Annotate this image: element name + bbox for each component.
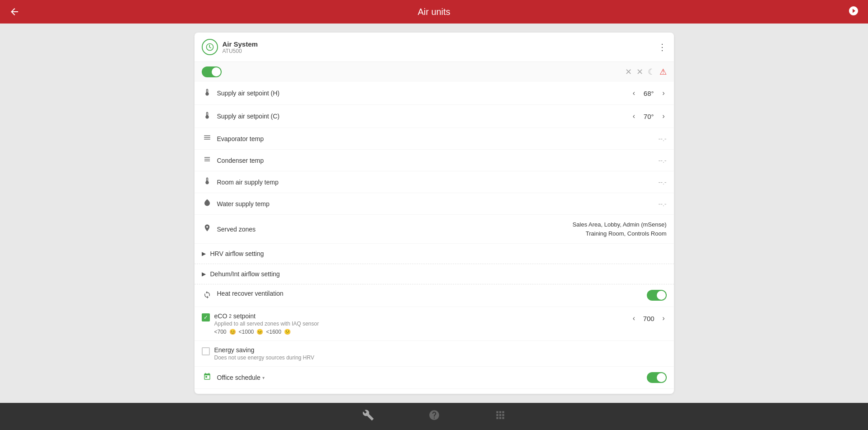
office-schedule-row: Office schedule ▾ xyxy=(194,367,674,389)
settings-icon[interactable] xyxy=(848,5,859,19)
eco2-increase-btn[interactable]: › xyxy=(660,312,666,324)
eco2-emoji1: 😊 xyxy=(229,329,236,335)
dehum-airflow-label: Dehum/Int airflow setting xyxy=(210,270,280,278)
served-zones-left: Served zones xyxy=(202,224,256,234)
room-air-supply-temp-left: Room air supply temp xyxy=(202,177,279,187)
back-button[interactable] xyxy=(9,6,20,17)
zones-icon xyxy=(202,224,213,234)
warning-icon: ⚠ xyxy=(659,67,667,77)
hrv-chevron-icon: ▶ xyxy=(202,250,206,257)
calendar-icon xyxy=(202,373,213,383)
served-zones-label: Served zones xyxy=(217,226,256,233)
moon-icon: ☾ xyxy=(648,67,655,77)
heat-recover-toggle[interactable] xyxy=(647,290,667,301)
status-icons: ✕ ✕ ☾ ⚠ xyxy=(625,67,667,77)
page-title: Air units xyxy=(417,7,450,17)
office-schedule-left: Office schedule ▾ xyxy=(202,373,265,383)
air-system-card: Air System ATU500 ⋮ ✕ ✕ ☾ ⚠ xyxy=(194,33,674,394)
evaporator-dash: --.- xyxy=(659,135,667,142)
energy-saving-checkbox[interactable] xyxy=(202,347,210,355)
eco2-emoji-row: <700 😊 <1000 😐 <1600 😕 xyxy=(214,329,319,335)
energy-saving-left: Energy saving Does not use energy source… xyxy=(202,346,314,361)
dehum-chevron-icon: ▶ xyxy=(202,271,206,277)
water-supply-temp-value: --.- xyxy=(659,200,667,208)
room-temp-dash: --.- xyxy=(659,179,667,186)
dehum-airflow-expand[interactable]: ▶ Dehum/Int airflow setting xyxy=(194,264,674,284)
condenser-icon xyxy=(202,155,213,165)
eco2-decrease-btn[interactable]: ‹ xyxy=(631,312,637,324)
served-zones-value: Sales Area, Lobby, Admin (mSense)Trainin… xyxy=(573,220,667,238)
card-title: Air System xyxy=(223,40,258,48)
energy-saving-sublabel: Does not use energy sources during HRV xyxy=(214,354,314,361)
evaporator-temp-label: Evaporator temp xyxy=(217,135,264,142)
main-toggle[interactable] xyxy=(202,66,222,77)
condenser-temp-value: --.- xyxy=(659,157,667,164)
help-nav-icon[interactable] xyxy=(428,409,440,424)
office-schedule-text: Office schedule xyxy=(217,374,261,381)
card-header-text: Air System ATU500 xyxy=(223,40,258,54)
card-subtitle: ATU500 xyxy=(223,48,258,54)
supply-air-setpoint-c-row: Supply air setpoint (C) ‹ 70° › xyxy=(194,105,674,128)
served-zones-row: Served zones Sales Area, Lobby, Admin (m… xyxy=(194,215,674,244)
evaporator-temp-value: --.- xyxy=(659,135,667,142)
water-supply-temp-label: Water supply temp xyxy=(217,200,270,208)
office-schedule-dropdown-icon[interactable]: ▾ xyxy=(262,375,265,380)
office-schedule-toggle[interactable] xyxy=(647,372,667,383)
room-air-supply-temp-row: Room air supply temp --.- xyxy=(194,171,674,193)
top-bar: Air units xyxy=(0,0,868,24)
tools-nav-icon[interactable] xyxy=(362,409,374,424)
grid-nav-icon[interactable] xyxy=(494,409,506,424)
supply-air-setpoint-h-label: Supply air setpoint (H) xyxy=(217,90,280,97)
main-content: Air System ATU500 ⋮ ✕ ✕ ☾ ⚠ xyxy=(0,24,868,403)
eco2-level2: <1000 xyxy=(239,329,254,335)
main-toggle-row: ✕ ✕ ☾ ⚠ xyxy=(194,62,674,82)
evaporator-temp-row: Evaporator temp --.- xyxy=(194,128,674,150)
room-air-supply-temp-label: Room air supply temp xyxy=(217,179,279,186)
eco2-left: ✓ eCO2 setpoint Applied to all served zo… xyxy=(202,312,319,335)
served-zones-text: Sales Area, Lobby, Admin (mSense)Trainin… xyxy=(573,220,667,238)
supply-air-setpoint-c-left: Supply air setpoint (C) xyxy=(202,111,280,122)
eco2-level3: <1600 xyxy=(266,329,281,335)
supply-air-setpoint-c-control: ‹ 70° › xyxy=(631,110,667,122)
energy-saving-label: Energy saving xyxy=(214,346,314,354)
water-dash: --.- xyxy=(659,200,667,208)
thermometer-icon-c xyxy=(202,111,213,122)
prev-day-btn[interactable]: ‹ xyxy=(202,393,204,394)
supply-h-decrease-btn[interactable]: ‹ xyxy=(631,87,637,99)
heat-recover-left: Heat recover ventilation xyxy=(202,290,284,301)
supply-air-setpoint-h-left: Supply air setpoint (H) xyxy=(202,88,280,99)
hrv-icon xyxy=(202,291,213,301)
next-day-btn[interactable]: › xyxy=(664,393,667,394)
room-temp-icon xyxy=(202,177,213,187)
bottom-nav xyxy=(0,403,868,430)
supply-air-setpoint-h-row: Supply air setpoint (H) ‹ 68° › xyxy=(194,82,674,105)
supply-h-value: 68° xyxy=(640,90,658,97)
supply-c-increase-btn[interactable]: › xyxy=(660,110,666,122)
supply-h-increase-btn[interactable]: › xyxy=(660,87,666,99)
evaporator-temp-left: Evaporator temp xyxy=(202,133,264,144)
supply-air-setpoint-c-label: Supply air setpoint (C) xyxy=(217,113,280,120)
schedule-timeline: ‹ Monday (Today) › 12A 1 2 3 4 5 6 7 8 9 xyxy=(194,389,674,394)
air-system-icon xyxy=(202,39,218,55)
water-supply-temp-row: Water supply temp --.- xyxy=(194,193,674,215)
eco2-control: ‹ 700 › xyxy=(631,312,667,324)
eco2-checkbox[interactable]: ✓ xyxy=(202,313,210,321)
supply-c-decrease-btn[interactable]: ‹ xyxy=(631,110,637,122)
heat-recover-text: Heat recover ventilation xyxy=(217,290,284,297)
water-supply-temp-left: Water supply temp xyxy=(202,198,270,209)
eco2-level1: <700 xyxy=(214,329,227,335)
condenser-temp-left: Condenser temp xyxy=(202,155,264,165)
energy-saving-text: Energy saving Does not use energy source… xyxy=(214,346,314,361)
supply-air-setpoint-h-control: ‹ 68° › xyxy=(631,87,667,99)
eco2-value: 700 xyxy=(640,315,658,322)
eco2-sublabel: Applied to all served zones with IAQ sen… xyxy=(214,321,319,327)
card-header-left: Air System ATU500 xyxy=(202,39,258,55)
hrv-airflow-label: HRV airflow setting xyxy=(210,250,264,257)
room-air-supply-temp-value: --.- xyxy=(659,179,667,186)
sync-icon: ✕ xyxy=(636,67,643,77)
more-options-button[interactable]: ⋮ xyxy=(658,42,667,52)
eco2-label: eCO2 setpoint xyxy=(214,312,319,320)
card-header: Air System ATU500 ⋮ xyxy=(194,33,674,62)
hrv-airflow-expand[interactable]: ▶ HRV airflow setting xyxy=(194,244,674,264)
eco2-row: ✓ eCO2 setpoint Applied to all served zo… xyxy=(194,307,674,341)
